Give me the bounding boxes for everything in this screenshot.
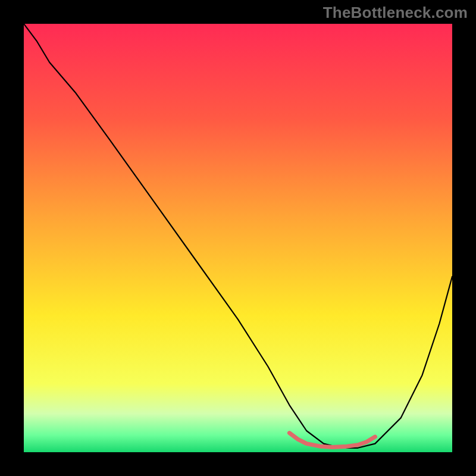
watermark-text: TheBottleneck.com — [323, 4, 468, 22]
chart-frame: TheBottleneck.com — [0, 0, 476, 476]
plot-area — [24, 24, 452, 452]
chart-svg — [24, 24, 452, 452]
gradient-background — [24, 24, 452, 452]
